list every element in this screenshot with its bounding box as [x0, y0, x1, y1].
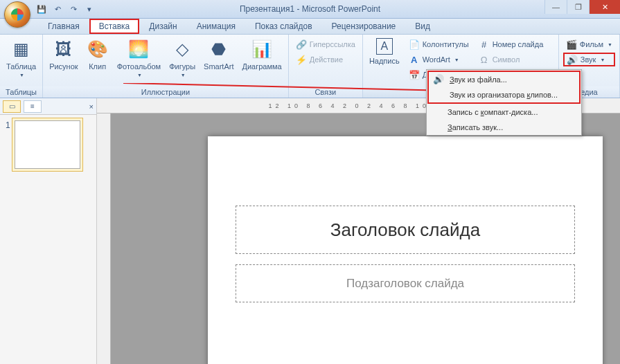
thumbnail-image — [15, 120, 80, 169]
ribbon-tabs: Главная Вставка Дизайн Анимация Показ сл… — [0, 19, 620, 35]
shapes-icon: ◇ — [171, 38, 193, 60]
sound-from-file-item[interactable]: 🔊Звук из файла... — [429, 72, 579, 87]
textbox-button[interactable]: AНадпись — [366, 36, 403, 67]
tab-animation[interactable]: Анимация — [187, 19, 245, 34]
hyperlink-icon: 🔗 — [296, 39, 307, 50]
qat-more-icon[interactable]: ▾ — [82, 2, 96, 16]
tab-design[interactable]: Дизайн — [139, 19, 186, 34]
chevron-down-icon: ▼ — [600, 57, 605, 62]
action-button: ⚡Действие — [293, 53, 358, 66]
chevron-down-icon: ▼ — [454, 57, 459, 62]
outline-tab[interactable]: ≡ — [24, 100, 42, 113]
chevron-down-icon: ▼ — [137, 73, 142, 78]
sound-dropdown-menu: 🔊Звук из файла... Звук из организатора к… — [426, 69, 582, 136]
action-icon: ⚡ — [296, 54, 307, 65]
clip-button[interactable]: 🎨Клип — [83, 36, 112, 73]
group-illustrations: 🖼Рисунок 🎨Клип 🌅Фотоальбом▼ ◇Фигуры▼ ⬣Sm… — [43, 35, 289, 98]
hyperlink-button: 🔗Гиперссылка — [293, 37, 358, 51]
workspace: ▭ ≡ × 1 12 10 8 6 4 2 0 2 4 6 8 10 12 За… — [0, 98, 620, 364]
redo-icon[interactable]: ↷ — [67, 2, 80, 16]
chevron-down-icon: ▼ — [19, 73, 24, 78]
sound-icon: 🔊 — [567, 54, 578, 65]
smartart-button[interactable]: ⬣SmartArt — [200, 36, 237, 73]
tab-insert[interactable]: Вставка — [89, 19, 140, 34]
symbol-button: ΩСимвол — [476, 53, 547, 66]
title-placeholder[interactable]: Заголовок слайда — [236, 206, 575, 254]
slides-tab[interactable]: ▭ — [3, 100, 21, 113]
record-sound-item[interactable]: Записать звук... — [427, 120, 581, 135]
save-icon[interactable]: 💾 — [35, 2, 48, 16]
table-button[interactable]: ▦ Таблица ▼ — [3, 36, 39, 80]
wordart-button[interactable]: AWordArt▼ — [406, 53, 472, 66]
clip-icon: 🎨 — [87, 38, 109, 60]
window-title: Презентация1 - Microsoft PowerPoint — [240, 4, 380, 14]
slide-panel: ▭ ≡ × 1 — [0, 98, 97, 364]
slide-number: 1 — [6, 120, 10, 169]
album-button[interactable]: 🌅Фотоальбом▼ — [114, 36, 165, 80]
slide-number-button[interactable]: #Номер слайда — [476, 37, 547, 51]
sound-from-clips-item[interactable]: Звук из организатора клипов... — [429, 87, 579, 102]
header-footer-button[interactable]: 📄Колонтитулы — [406, 37, 472, 51]
chevron-down-icon: ▼ — [608, 42, 612, 47]
table-label: Таблица — [6, 62, 36, 71]
sound-icon: 🔊 — [433, 74, 444, 85]
smartart-icon: ⬣ — [208, 38, 230, 60]
textbox-icon: A — [376, 38, 393, 55]
group-tables-label: Таблицы — [0, 87, 42, 98]
group-links: 🔗Гиперссылка ⚡Действие Связи — [289, 35, 363, 98]
subtitle-placeholder[interactable]: Подзаголовок слайда — [236, 264, 575, 302]
vertical-ruler — [97, 113, 111, 364]
group-tables: ▦ Таблица ▼ Таблицы — [0, 35, 43, 98]
tab-review[interactable]: Рецензирование — [322, 19, 406, 34]
tab-home[interactable]: Главная — [38, 19, 89, 34]
title-bar: 💾 ↶ ↷ ▾ Презентация1 - Microsoft PowerPo… — [0, 0, 620, 19]
album-icon: 🌅 — [127, 38, 150, 60]
slidenum-icon: # — [479, 39, 490, 50]
quick-access-toolbar: 💾 ↶ ↷ ▾ — [35, 2, 96, 16]
table-icon: ▦ — [10, 38, 33, 60]
minimize-button[interactable]: — — [544, 0, 567, 14]
movie-button[interactable]: 🎬Фильм▼ — [563, 37, 615, 51]
slide-editor: 12 10 8 6 4 2 0 2 4 6 8 10 12 Заголовок … — [97, 98, 620, 364]
header-icon: 📄 — [409, 39, 420, 50]
undo-icon[interactable]: ↶ — [51, 2, 64, 16]
picture-icon: 🖼 — [53, 38, 75, 60]
tab-slideshow[interactable]: Показ слайдов — [245, 19, 322, 34]
wordart-icon: A — [409, 54, 420, 65]
sound-button[interactable]: 🔊Звук▼ — [563, 53, 615, 66]
maximize-button[interactable]: ❐ — [567, 0, 589, 14]
symbol-icon: Ω — [479, 54, 490, 65]
tab-view[interactable]: Вид — [405, 19, 440, 34]
movie-icon: 🎬 — [566, 39, 577, 50]
window-controls: — ❐ ✕ — [544, 0, 620, 14]
slide-thumbnail[interactable]: 1 — [6, 120, 91, 169]
picture-button[interactable]: 🖼Рисунок — [46, 36, 82, 73]
close-button[interactable]: ✕ — [589, 0, 620, 14]
date-icon: 📅 — [409, 69, 420, 80]
slide-canvas[interactable]: Заголовок слайда Подзаголовок слайда — [208, 136, 603, 364]
office-button[interactable] — [4, 1, 30, 28]
sound-from-cd-item[interactable]: Запись с компакт-диска... — [427, 104, 581, 120]
chart-button[interactable]: 📊Диаграмма — [239, 36, 285, 73]
chart-icon: 📊 — [251, 38, 273, 60]
group-illustrations-label: Иллюстрации — [43, 87, 288, 98]
panel-close-icon[interactable]: × — [89, 102, 94, 111]
shapes-button[interactable]: ◇Фигуры▼ — [166, 36, 199, 80]
chevron-down-icon: ▼ — [181, 73, 186, 78]
group-links-label: Связи — [289, 87, 362, 98]
slide-panel-tabs: ▭ ≡ × — [0, 98, 96, 115]
